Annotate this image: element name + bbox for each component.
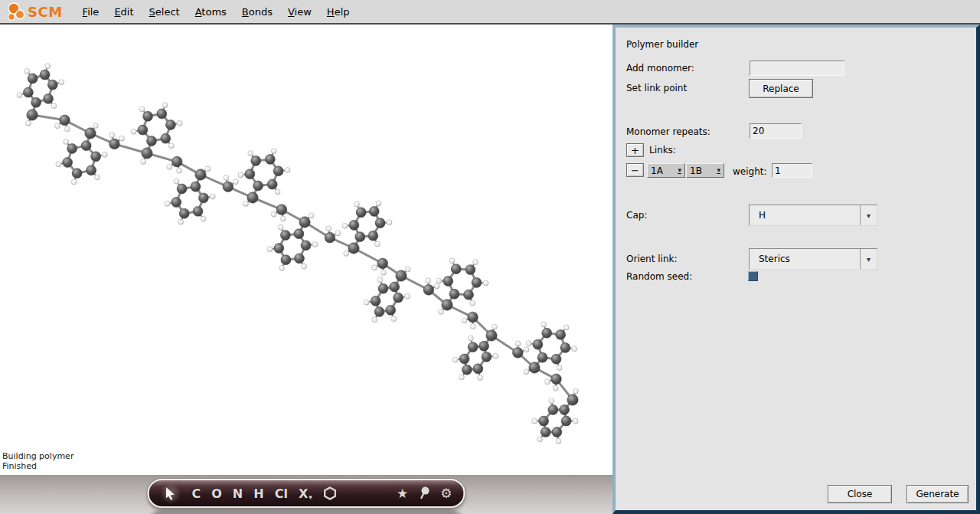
link-to-select[interactable]: 1B ▾ xyxy=(686,163,724,178)
replace-button[interactable]: Replace xyxy=(749,79,813,98)
orient-link-value: Sterics xyxy=(750,254,860,264)
weight-input[interactable] xyxy=(772,163,812,178)
select-cursor-button[interactable] xyxy=(161,483,181,504)
balloon-button[interactable] xyxy=(419,486,430,500)
menu-help[interactable]: Help xyxy=(319,2,358,21)
add-monomer-label: Add monomer: xyxy=(626,63,694,74)
link-from-value: 1A xyxy=(651,165,663,176)
scm-logo: SCM xyxy=(6,1,63,22)
balloon-icon xyxy=(419,486,430,500)
set-link-point-label: Set link point xyxy=(626,83,687,93)
viewport-bottom-strip: C O N H Cl X ▾ ★ ⚙ xyxy=(0,475,612,514)
element-c-button[interactable]: C xyxy=(192,486,201,501)
chevron-down-icon[interactable]: ▾ xyxy=(860,249,877,269)
element-cl-button[interactable]: Cl xyxy=(275,486,288,501)
random-seed-label: Random seed: xyxy=(626,271,692,282)
element-x-button[interactable]: X ▾ xyxy=(299,486,312,501)
cap-value: H xyxy=(750,210,860,221)
status-message: Building polymer Finished xyxy=(2,451,74,471)
random-seed-checkbox[interactable] xyxy=(748,271,758,281)
status-line-1: Building polymer xyxy=(2,451,74,461)
chevron-down-icon: ▾ xyxy=(717,167,720,174)
cursor-icon xyxy=(165,487,177,500)
cap-select[interactable]: H ▾ xyxy=(749,205,877,226)
element-o-button[interactable]: O xyxy=(211,486,222,501)
orient-link-select[interactable]: Sterics ▾ xyxy=(749,248,877,270)
weight-label: weight: xyxy=(733,166,767,177)
menu-select[interactable]: Select xyxy=(142,2,188,21)
remove-link-button[interactable]: − xyxy=(626,163,644,177)
molecule-viewport[interactable]: Building polymer Finished xyxy=(0,25,612,475)
orient-link-label: Orient link: xyxy=(626,254,678,264)
ring-tool-button[interactable] xyxy=(323,486,338,501)
menu-bonds[interactable]: Bonds xyxy=(234,2,280,21)
element-toolbar: C O N H Cl X ▾ ★ ⚙ xyxy=(148,479,466,508)
scm-logo-icon xyxy=(6,1,26,22)
link-to-value: 1B xyxy=(690,165,702,176)
chevron-down-icon: ▾ xyxy=(309,493,312,501)
add-link-button[interactable]: + xyxy=(626,143,644,157)
polymer-builder-panel: Polymer builder Add monomer: Set link po… xyxy=(612,25,980,514)
links-label: Links: xyxy=(649,145,676,156)
element-n-button[interactable]: N xyxy=(233,486,243,501)
hexagon-icon xyxy=(323,486,338,501)
gear-button[interactable]: ⚙ xyxy=(440,486,452,501)
menu-file[interactable]: File xyxy=(75,2,107,21)
chevron-down-icon[interactable]: ▾ xyxy=(860,205,877,225)
menu-edit[interactable]: Edit xyxy=(106,2,141,21)
status-line-2: Finished xyxy=(2,461,74,471)
chevron-down-icon: ▾ xyxy=(678,167,681,174)
viewport-area: Building polymer Finished C O N H Cl X ▾ xyxy=(0,25,612,514)
menu-atoms[interactable]: Atoms xyxy=(188,2,234,21)
generate-button[interactable]: Generate xyxy=(906,485,969,503)
menu-items: FileEditSelectAtomsBondsViewHelp xyxy=(75,2,358,21)
toolbar-reflection xyxy=(148,510,466,514)
add-monomer-input[interactable] xyxy=(750,61,844,76)
element-h-button[interactable]: H xyxy=(253,486,263,501)
panel-title: Polymer builder xyxy=(626,39,698,50)
menu-view[interactable]: View xyxy=(280,2,319,21)
cap-label: Cap: xyxy=(626,210,647,221)
menu-bar: SCM FileEditSelectAtomsBondsViewHelp xyxy=(0,0,980,25)
monomer-repeats-input[interactable] xyxy=(750,123,802,139)
link-from-select[interactable]: 1A ▾ xyxy=(647,163,685,178)
element-x-label: X xyxy=(299,486,308,501)
logo-text: SCM xyxy=(28,4,63,20)
monomer-repeats-label: Monomer repeats: xyxy=(626,126,710,137)
star-button[interactable]: ★ xyxy=(397,486,408,501)
molecule-svg xyxy=(0,25,612,475)
close-button[interactable]: Close xyxy=(828,485,892,503)
